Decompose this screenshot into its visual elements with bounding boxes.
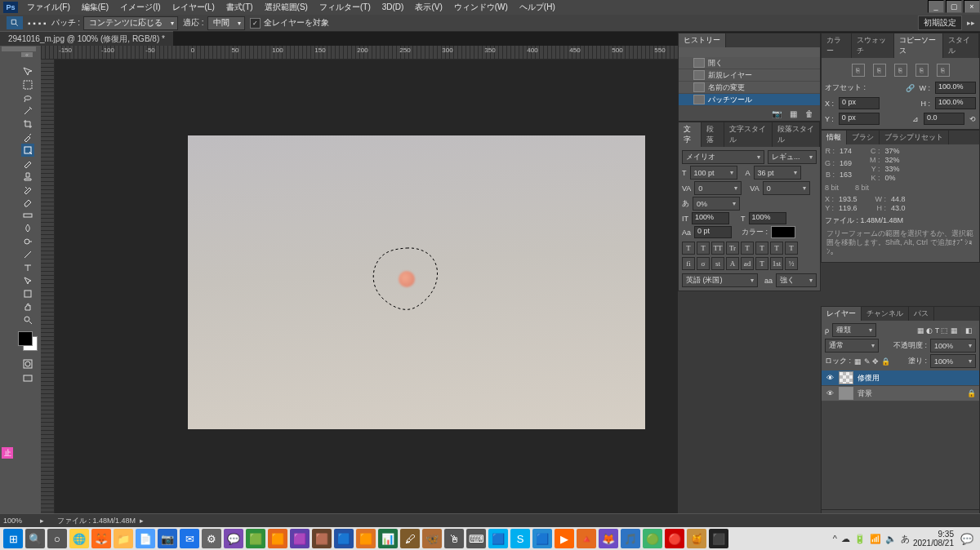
tab-文字[interactable]: 文字: [679, 122, 702, 147]
current-tool-icon[interactable]: [7, 16, 23, 29]
char-toggle[interactable]: T: [770, 242, 783, 255]
clone-source-1[interactable]: ⎘: [852, 64, 865, 77]
restore-button[interactable]: ▢: [946, 0, 962, 13]
taskbar-app[interactable]: 🎵: [621, 529, 640, 548]
char-toggle[interactable]: TT: [711, 242, 724, 255]
scale-v-input[interactable]: 100%: [692, 212, 729, 224]
layer-filter-select[interactable]: 種類: [832, 323, 876, 337]
taskbar-app[interactable]: 🟢: [643, 529, 662, 548]
visibility-icon[interactable]: 👁: [825, 374, 835, 382]
layer-row[interactable]: 👁修復用: [822, 370, 979, 386]
font-style-select[interactable]: レギュ...: [768, 150, 817, 164]
opacity-input[interactable]: 100%: [930, 339, 976, 353]
menu-表示v[interactable]: 表示(V): [409, 1, 448, 13]
tray-icon[interactable]: 📶: [870, 534, 881, 544]
antialias-select[interactable]: 強く: [776, 273, 817, 287]
char-toggle[interactable]: T: [785, 242, 798, 255]
tab-カラー[interactable]: カラー: [822, 33, 852, 58]
fill-input[interactable]: 100%: [930, 354, 976, 368]
path-select-tool[interactable]: [21, 274, 34, 287]
menu-編集e[interactable]: 編集(E): [76, 1, 114, 13]
char-toggle[interactable]: T: [682, 242, 695, 255]
foreground-color[interactable]: [18, 331, 33, 346]
clone-source-3[interactable]: ⎘: [894, 64, 907, 77]
lasso-tool[interactable]: [21, 91, 34, 104]
workspace-select[interactable]: 初期設定: [918, 16, 962, 30]
taskbar-app[interactable]: 🔴: [665, 529, 684, 548]
leading-input[interactable]: 36 pt: [754, 166, 801, 180]
status-arrow-icon[interactable]: ▸: [136, 517, 147, 525]
clone-source-2[interactable]: ⎘: [873, 64, 886, 77]
menu-レイヤーl[interactable]: レイヤー(L): [167, 1, 220, 13]
taskbar-app[interactable]: 🍯: [687, 529, 706, 548]
history-item[interactable]: パッチツール: [679, 94, 820, 106]
cs-rot-input[interactable]: 0.0: [924, 113, 964, 125]
cs-y-input[interactable]: 0 px: [839, 113, 880, 125]
history-item[interactable]: 新規レイヤー: [679, 69, 820, 82]
tab-チャンネル[interactable]: チャンネル: [862, 307, 909, 321]
tracking-input[interactable]: 0: [763, 181, 810, 195]
taskbar-app[interactable]: ⊞: [3, 529, 23, 548]
history-item[interactable]: 開く: [679, 57, 820, 69]
char-toggle[interactable]: T: [741, 242, 754, 255]
tab-レイヤー[interactable]: レイヤー: [822, 307, 862, 321]
zoom-arrow-icon[interactable]: ▸: [36, 517, 47, 525]
type-tool[interactable]: [21, 261, 34, 274]
tab-コピーソース[interactable]: コピーソース: [894, 33, 943, 58]
menu-ファイルf[interactable]: ファイル(F): [21, 1, 76, 13]
taskbar-app[interactable]: 🟦: [488, 529, 508, 548]
brush-tool[interactable]: [21, 157, 34, 170]
char-toggle[interactable]: Tr: [726, 242, 739, 255]
cs-x-input[interactable]: 0 px: [839, 97, 880, 109]
tab-ブラシ[interactable]: ブラシ: [847, 131, 880, 144]
color-swatches[interactable]: [18, 331, 38, 351]
opentype-toggle[interactable]: fi: [682, 257, 695, 270]
tab-パス[interactable]: パス: [909, 307, 934, 321]
menu-書式t[interactable]: 書式(T): [220, 1, 259, 13]
taskbar-app[interactable]: 📊: [378, 529, 398, 548]
opentype-toggle[interactable]: st: [711, 257, 724, 270]
all-layers-checkbox[interactable]: ✓: [250, 18, 261, 29]
opentype-toggle[interactable]: ½: [785, 257, 798, 270]
tab-情報[interactable]: 情報: [822, 131, 847, 144]
opentype-toggle[interactable]: ad: [741, 257, 754, 270]
eyedropper-tool[interactable]: [21, 131, 34, 144]
history-brush-tool[interactable]: [21, 183, 34, 196]
history-snapshot-icon[interactable]: 📷: [771, 108, 782, 119]
layer-row[interactable]: 👁背景🔒: [822, 386, 979, 401]
history-new-icon[interactable]: ▦: [787, 108, 799, 119]
menu-ウィンドウw[interactable]: ウィンドウ(W): [448, 1, 514, 13]
tab-文字スタイル[interactable]: 文字スタイル: [724, 122, 772, 147]
clone-source-4[interactable]: ⎘: [915, 64, 929, 77]
menu-3dd[interactable]: 3D(D): [376, 1, 410, 13]
eraser-tool[interactable]: [21, 196, 34, 209]
tab-スタイル[interactable]: スタイル: [943, 33, 979, 58]
zoom-tool[interactable]: [21, 313, 34, 326]
toolbox-grip[interactable]: [2, 47, 36, 51]
taskbar-app[interactable]: 🔍: [25, 529, 45, 548]
taskbar-clock[interactable]: 9:35 2021/08/21: [913, 530, 954, 548]
cs-w-input[interactable]: 100.0%: [935, 82, 976, 94]
taskbar-app[interactable]: ▶: [555, 529, 574, 548]
tsume-input[interactable]: 0%: [693, 197, 740, 211]
opentype-toggle[interactable]: T: [755, 257, 768, 270]
marquee-tool[interactable]: [21, 78, 34, 91]
adapt-value-select[interactable]: 中間: [207, 16, 245, 30]
taskbar-app[interactable]: 🦋: [422, 529, 442, 548]
language-select[interactable]: 英語 (米国): [682, 273, 758, 287]
stamp-tool[interactable]: [21, 170, 34, 183]
clone-source-5[interactable]: ⎘: [937, 64, 950, 77]
crop-tool[interactable]: [21, 118, 34, 131]
taskbar-app[interactable]: S: [510, 529, 530, 548]
tray-icon[interactable]: ☁: [841, 534, 850, 544]
menu-選択範囲s[interactable]: 選択範囲(S): [259, 1, 314, 13]
taskbar-app[interactable]: 🔺: [577, 529, 596, 548]
zoom-value[interactable]: 100%: [3, 517, 36, 525]
tab-段落[interactable]: 段落: [702, 122, 724, 147]
patch-mode-select[interactable]: コンテンツに応じる: [83, 16, 178, 30]
move-tool[interactable]: [21, 65, 34, 78]
font-family-select[interactable]: メイリオ: [682, 150, 764, 164]
layer-filter-toggle[interactable]: ◧: [961, 326, 976, 335]
taskbar-app[interactable]: 🖊: [400, 529, 420, 548]
tray-icon[interactable]: ^: [833, 534, 837, 543]
